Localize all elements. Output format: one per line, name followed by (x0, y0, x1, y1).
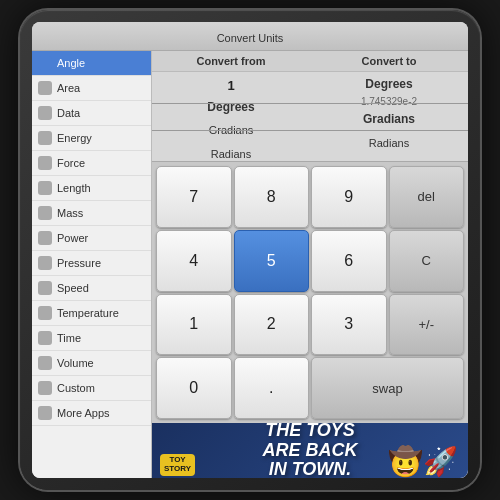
from-unit-selected: Degrees (152, 95, 310, 119)
ad-text: THE TOYSARE BACKIN TOWN. (262, 423, 357, 478)
sidebar-item-length[interactable]: Length (32, 176, 151, 201)
sidebar-icon-temperature (38, 306, 52, 320)
numpad-btn-9[interactable]: 9 (311, 166, 387, 228)
sidebar-item-power[interactable]: Power (32, 226, 151, 251)
to-picker[interactable]: Degrees 1.745329e-2 Gradians Radians (310, 72, 468, 161)
sidebar-icon-data (38, 106, 52, 120)
ipad-frame: Convert Units AngleAreaDataEnergyForceLe… (20, 10, 480, 490)
sidebar-icon-energy (38, 131, 52, 145)
sidebar-item-area[interactable]: Area (32, 76, 151, 101)
to-unit-radians: Radians (310, 132, 468, 155)
sidebar-icon-area (38, 81, 52, 95)
sidebar-icon-length (38, 181, 52, 195)
sidebar-item-speed[interactable]: Speed (32, 276, 151, 301)
sidebar-item-more-apps[interactable]: More Apps (32, 401, 151, 426)
sidebar-label-mass: Mass (57, 207, 83, 219)
sidebar-icon-force (38, 156, 52, 170)
picker-area[interactable]: 1 Degrees Gradians Radians Degrees 1.745… (152, 72, 468, 162)
numpad-btn-1[interactable]: 1 (156, 294, 232, 356)
toy-story-badge: TOYSTORY (160, 454, 195, 476)
sidebar-label-more-apps: More Apps (57, 407, 110, 419)
numpad-btn-0[interactable]: 0 (156, 357, 232, 419)
sidebar-item-force[interactable]: Force (32, 151, 151, 176)
ipad-screen: Convert Units AngleAreaDataEnergyForceLe… (32, 22, 468, 478)
app-title: Convert Units (217, 32, 284, 44)
sidebar-label-length: Length (57, 182, 91, 194)
sidebar-label-energy: Energy (57, 132, 92, 144)
sidebar-label-custom: Custom (57, 382, 95, 394)
sidebar-item-energy[interactable]: Energy (32, 126, 151, 151)
sidebar-icon-more-apps (38, 406, 52, 420)
numpad-btn-4[interactable]: 4 (156, 230, 232, 292)
title-bar: Convert Units (32, 22, 468, 51)
sidebar-icon-speed (38, 281, 52, 295)
numpad-btn-2[interactable]: 2 (234, 294, 310, 356)
sidebar-label-angle: Angle (57, 57, 85, 69)
sidebar-label-volume: Volume (57, 357, 94, 369)
numpad-btn-7[interactable]: 7 (156, 166, 232, 228)
sidebar-icon-angle (38, 56, 52, 70)
from-unit-2: Gradians (152, 119, 310, 142)
to-unit-degrees: Degrees (310, 72, 468, 96)
numpad-btn-5[interactable]: 5 (234, 230, 310, 292)
numpad-btn-del[interactable]: del (389, 166, 465, 228)
to-header: Convert to (310, 51, 468, 71)
numpad-btn-_[interactable]: . (234, 357, 310, 419)
ad-banner[interactable]: TOYSTORY THE TOYSARE BACKIN TOWN. 🤠🚀 (152, 423, 468, 478)
sidebar-item-data[interactable]: Data (32, 101, 151, 126)
sidebar-item-mass[interactable]: Mass (32, 201, 151, 226)
sidebar-label-time: Time (57, 332, 81, 344)
sidebar-icon-mass (38, 206, 52, 220)
sidebar-item-volume[interactable]: Volume (32, 351, 151, 376)
sidebar-label-force: Force (57, 157, 85, 169)
numpad-btn-swap[interactable]: swap (311, 357, 464, 419)
sidebar-icon-custom (38, 381, 52, 395)
from-unit-3: Radians (152, 143, 310, 161)
convert-header: Convert from Convert to (152, 51, 468, 72)
sidebar-item-angle[interactable]: Angle (32, 51, 151, 76)
sidebar-icon-power (38, 231, 52, 245)
sidebar-item-pressure[interactable]: Pressure (32, 251, 151, 276)
to-unit-selected: Gradians (310, 107, 468, 131)
right-panel: Convert from Convert to 1 Degrees Gradia… (152, 51, 468, 478)
sidebar-label-power: Power (57, 232, 88, 244)
sidebar-icon-pressure (38, 256, 52, 270)
to-value: 1.745329e-2 (310, 96, 468, 107)
sidebar-label-temperature: Temperature (57, 307, 119, 319)
numpad-btn-___[interactable]: +/- (389, 294, 465, 356)
sidebar-icon-time (38, 331, 52, 345)
sidebar-icon-volume (38, 356, 52, 370)
sidebar: AngleAreaDataEnergyForceLengthMassPowerP… (32, 51, 152, 478)
sidebar-item-temperature[interactable]: Temperature (32, 301, 151, 326)
main-content: AngleAreaDataEnergyForceLengthMassPowerP… (32, 51, 468, 478)
sidebar-label-data: Data (57, 107, 80, 119)
numpad-btn-C[interactable]: C (389, 230, 465, 292)
numpad: 789del456C123+/-0.swap (152, 162, 468, 423)
from-value: 1 (152, 72, 310, 95)
numpad-btn-6[interactable]: 6 (311, 230, 387, 292)
numpad-btn-3[interactable]: 3 (311, 294, 387, 356)
sidebar-label-speed: Speed (57, 282, 89, 294)
from-picker[interactable]: 1 Degrees Gradians Radians (152, 72, 310, 161)
numpad-btn-8[interactable]: 8 (234, 166, 310, 228)
toy-characters: 🤠🚀 (388, 445, 458, 478)
sidebar-item-custom[interactable]: Custom (32, 376, 151, 401)
from-header: Convert from (152, 51, 310, 71)
sidebar-label-area: Area (57, 82, 80, 94)
sidebar-label-pressure: Pressure (57, 257, 101, 269)
sidebar-item-time[interactable]: Time (32, 326, 151, 351)
